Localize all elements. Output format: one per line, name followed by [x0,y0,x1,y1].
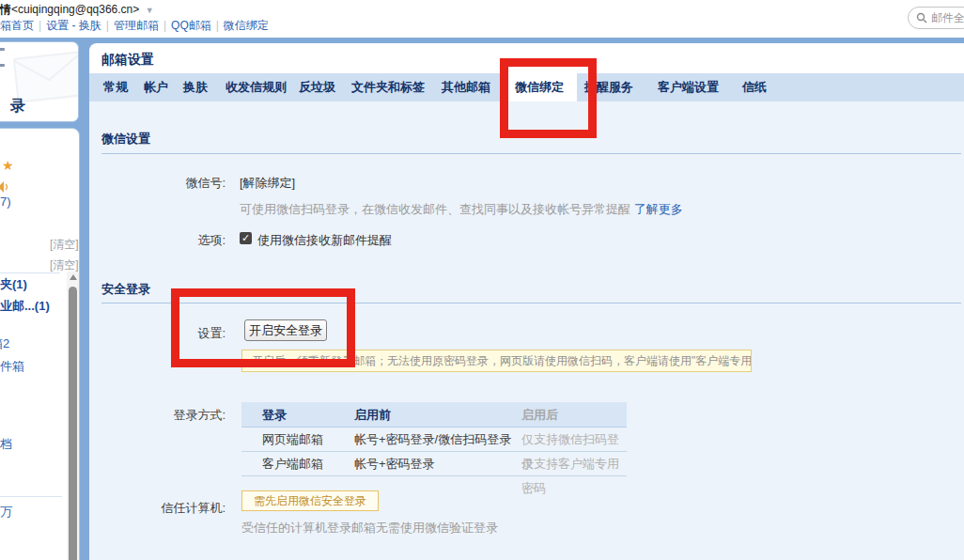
section-divider [101,303,961,303]
tab-other-mail[interactable]: 其他邮箱 [434,73,498,101]
search-placeholder: 邮件全 [931,10,964,26]
speaker-icon[interactable] [0,180,9,194]
sidebar-item-contacts[interactable]: 录 [10,97,25,117]
star-icon[interactable]: ★ [2,158,14,173]
sidebar-top-card: 录 [0,41,79,122]
sidebar-item-mailbox2[interactable]: 箱2 [0,335,9,352]
wechat-notify-checkbox[interactable]: ✓ [240,232,252,244]
tab-content-wechat-bind: 微信设置 微信号: [解除绑定] 可使用微信扫码登录，在微信收发邮件、查找同事以… [89,101,964,560]
search-icon [916,12,927,23]
top-bar: 情<cuiqingqing@qq366.cn> ▼ 箱首页|设置 - 换肤|管理… [0,0,964,38]
sidebar-item-biz-mail[interactable]: 业邮...(1) [0,298,50,315]
nav-link-qqmail[interactable]: QQ邮箱 [171,19,211,32]
sidebar-item-folder[interactable]: 夹(1) [0,276,27,293]
tab-antispam[interactable]: 反垃圾 [291,73,343,101]
tab-skin[interactable]: 换肤 [176,73,215,101]
nav-link-home[interactable]: 箱首页 [0,19,34,32]
login-mode-table: 登录 启用前 启用后 网页端邮箱 帐号+密码登录/微信扫码登录 仅支持微信扫码登… [241,402,627,476]
cut-text-fragment [0,48,5,51]
account-email: <cuiqingqing@qq366.cn> [11,3,139,16]
table-header-row: 登录 启用前 启用后 [241,402,627,428]
secure-login-notice: 开启后，须重新登录邮箱；无法使用原密码登录，网页版请使用微信扫码，客户端请使用"… [241,350,752,372]
section-divider [101,153,961,154]
nav-link-settings-skin[interactable]: 设置 - 换肤 [46,19,101,32]
sidebar-item-outbox[interactable]: 件箱 [0,358,24,375]
sidebar-scrollbar-thumb[interactable] [69,287,77,560]
section-title-wechat: 微信设置 [101,131,150,148]
tab-reminder[interactable]: 提醒服务 [577,73,641,101]
settings-panel: 邮箱设置 常规 帐户 换肤 收发信规则 反垃圾 文件夹和标签 其他邮箱 微信绑定… [89,43,964,560]
trusted-computer-label: 信任计算机: [94,500,225,517]
tab-client[interactable]: 客户端设置 [650,73,726,101]
tab-wechat-bind[interactable]: 微信绑定 [502,73,577,101]
tab-stationery[interactable]: 信纸 [735,73,774,101]
trusted-requirement-badge: 需先启用微信安全登录 [241,490,379,511]
login-mode-label: 登录方式: [94,407,225,424]
nav-link-wechat-bind[interactable]: 微信绑定 [224,19,269,32]
table-row: 网页端邮箱 帐号+密码登录/微信扫码登录 仅支持微信扫码登录 [241,428,627,452]
col-header-after: 启用后 [521,402,627,428]
col-header-login: 登录 [241,402,354,428]
sidebar-divider [0,496,62,497]
table-row: 客户端邮箱 帐号+密码登录 仅支持客户端专用密码 [241,452,627,476]
wechat-description: 可使用微信扫码登录，在微信收发邮件、查找同事以及接收帐号异常提醒 了解更多 [240,201,683,218]
nav-link-manage-mail[interactable]: 管理邮箱 [114,19,159,32]
tab-account[interactable]: 帐户 [136,73,176,101]
page-title: 邮箱设置 [101,52,154,69]
top-nav: 箱首页|设置 - 换肤|管理邮箱|QQ邮箱|微信绑定 [0,18,269,34]
wechat-notify-label: 使用微信接收新邮件提醒 [257,232,392,249]
sidebar-item-archive[interactable]: 档 [0,436,12,453]
scrollbar-up-icon[interactable] [70,274,77,280]
clear-link[interactable]: [清空] [50,237,79,253]
sidebar-item-bottom[interactable]: 万 [0,504,12,521]
search-input[interactable]: 邮件全 [908,7,964,29]
trusted-description: 受信任的计算机登录邮箱无需使用微信验证登录 [241,520,498,537]
learn-more-link[interactable]: 了解更多 [634,202,683,216]
tab-mail-rules[interactable]: 收发信规则 [218,73,294,101]
sidebar-divider [0,272,60,273]
account-info[interactable]: 情<cuiqingqing@qq366.cn> ▼ [0,2,154,18]
enable-secure-login-button[interactable]: 开启安全登录 [244,319,327,341]
account-name: 情 [0,3,11,16]
tab-folders-tags[interactable]: 文件夹和标签 [344,73,432,101]
chevron-down-icon[interactable]: ▼ [146,6,154,15]
section-title-security: 安全登录 [101,281,150,298]
cut-text-fragment [0,64,5,67]
unbind-link[interactable]: [解除绑定] [240,175,295,192]
security-setting-label: 设置: [94,325,225,342]
settings-tab-bar: 常规 帐户 换肤 收发信规则 反垃圾 文件夹和标签 其他邮箱 微信绑定 提醒服务… [89,73,964,101]
qq-mail-settings-screen: 情<cuiqingqing@qq366.cn> ▼ 箱首页|设置 - 换肤|管理… [0,0,964,560]
wechat-id-label: 微信号: [94,175,225,192]
col-header-before: 启用前 [354,402,521,428]
tab-general[interactable]: 常规 [96,73,135,101]
options-label: 选项: [94,232,225,249]
sidebar-unread-count[interactable]: 7) [0,194,11,209]
